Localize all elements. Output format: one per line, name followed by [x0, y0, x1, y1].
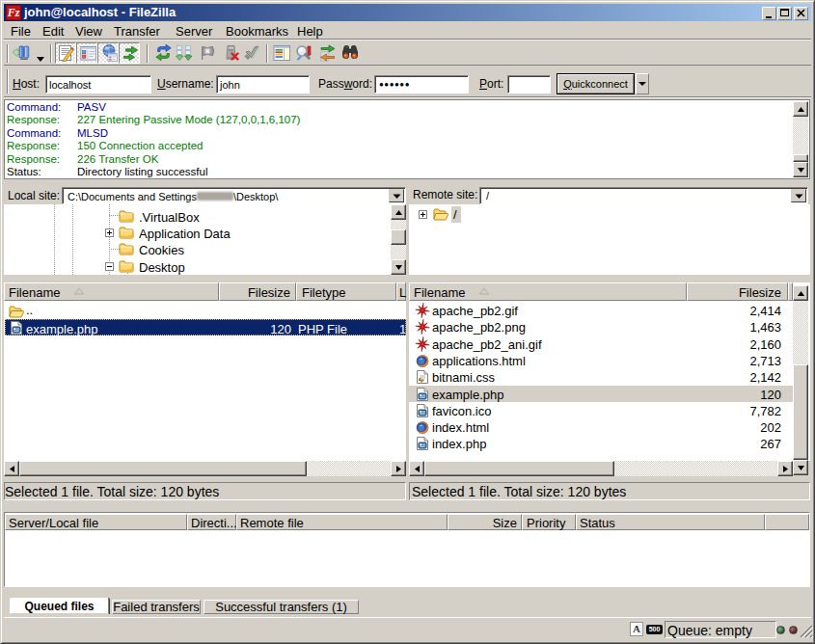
svg-text:A: A	[633, 623, 640, 634]
